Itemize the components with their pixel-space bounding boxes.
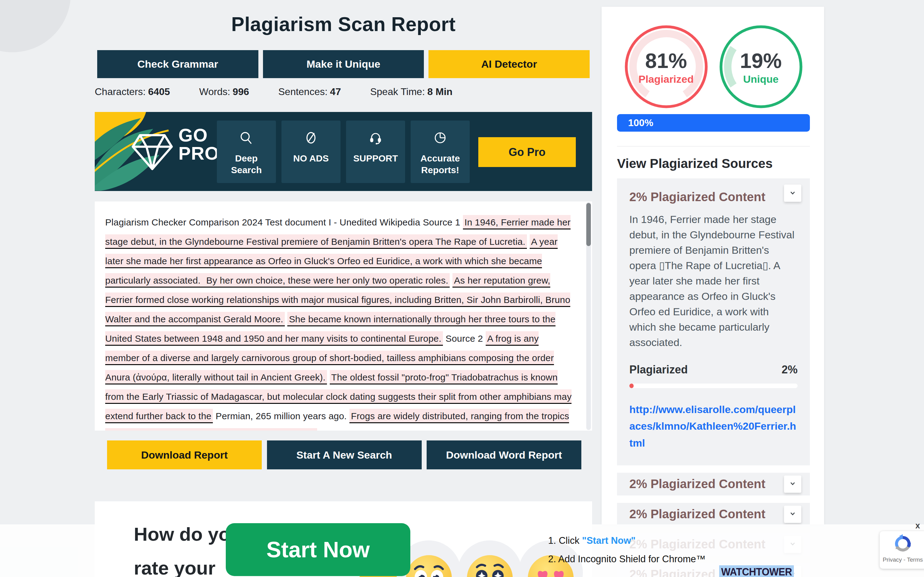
stat-speak-time: Speak Time:8 Min bbox=[370, 86, 453, 97]
feature-deep-search: Deep Search bbox=[217, 121, 276, 183]
source-card-expanded: 2% Plagiarized Content In 1946, Ferrier … bbox=[617, 178, 810, 465]
scan-progress-bar: 100% bbox=[617, 114, 810, 132]
source-card-collapsed: 2% Plagiarized Content bbox=[617, 473, 810, 495]
meter-track bbox=[629, 384, 798, 388]
search-icon bbox=[238, 129, 255, 148]
no-ads-icon bbox=[302, 129, 319, 148]
source-card-collapsed: 2% Plagiarized Content bbox=[617, 503, 810, 525]
unique-text: Permian, 265 million years ago. bbox=[213, 411, 349, 421]
recaptcha-privacy-terms[interactable]: Privacy - Terms bbox=[880, 556, 924, 563]
toolbar: Check Grammar Make it Unique AI Detector bbox=[97, 50, 590, 78]
stat-words: Words:996 bbox=[199, 86, 249, 97]
expand-source-button[interactable] bbox=[784, 506, 801, 523]
unique-gauge: 19% Unique bbox=[718, 24, 804, 110]
expand-source-button[interactable] bbox=[784, 475, 801, 493]
go-pro-logo: GO PRO bbox=[178, 126, 219, 163]
stat-characters: Characters:6405 bbox=[95, 86, 170, 97]
promo-instructions: 1. Click "Start Now" 2. Add Incognito Sh… bbox=[548, 535, 706, 572]
recaptcha-icon bbox=[893, 549, 912, 554]
plagiarized-label: Plagiarized bbox=[639, 73, 694, 85]
page-title: Plagiarism Scan Report bbox=[95, 13, 592, 35]
scanned-document-box: Plagiarism Checker Comparison 2024 Test … bbox=[95, 201, 592, 430]
meter-value: 2% bbox=[782, 363, 798, 376]
meter-label: Plagiarized bbox=[629, 363, 688, 376]
document-scrollbar-thumb[interactable] bbox=[586, 203, 591, 246]
source-card-title: 2% Plagiarized Content bbox=[629, 477, 765, 491]
instruction-step-1: 1. Click "Start Now" bbox=[548, 535, 706, 546]
sidebar-divider bbox=[617, 146, 810, 147]
unique-label: Unique bbox=[743, 73, 779, 85]
start-new-search-button[interactable]: Start A New Search bbox=[267, 440, 422, 469]
unique-text: Plagiarism Checker Comparison 2024 Test … bbox=[105, 217, 463, 227]
results-sidebar: 81% Plagiarized 19% Unique 100% View Pla… bbox=[601, 7, 824, 524]
unique-text: Source 2 bbox=[443, 334, 486, 343]
corner-decoration bbox=[0, 0, 71, 52]
main-column: Plagiarism Scan Report Check Grammar Mak… bbox=[95, 0, 592, 577]
recaptcha-badge[interactable]: Privacy - Terms bbox=[880, 531, 924, 569]
source-excerpt: In 1946, Ferrier made her stage debut, i… bbox=[629, 212, 798, 350]
report-actions: Download Report Start A New Search Downl… bbox=[107, 440, 581, 469]
download-report-button[interactable]: Download Report bbox=[107, 440, 262, 469]
unique-text bbox=[450, 275, 453, 285]
feature-no-ads: NO ADS bbox=[281, 121, 340, 183]
document-stats: Characters:6405 Words:996 Sentences:47 S… bbox=[95, 86, 453, 97]
check-grammar-button[interactable]: Check Grammar bbox=[97, 50, 258, 78]
promo-feature-tiles: Deep Search NO ADS SUPPORT Accurate Repo… bbox=[217, 121, 470, 183]
ai-detector-button[interactable]: AI Detector bbox=[429, 50, 590, 78]
sources-title: View Plagiarized Sources bbox=[617, 156, 810, 171]
unique-text bbox=[327, 372, 330, 382]
source-card-title: 2% Plagiarized Content bbox=[629, 190, 798, 204]
plagiarized-percent: 81% bbox=[645, 48, 687, 73]
collapse-source-button[interactable] bbox=[784, 185, 801, 202]
meter-fill bbox=[629, 384, 634, 388]
scanned-document-text: Plagiarism Checker Comparison 2024 Test … bbox=[105, 213, 574, 430]
feature-support: SUPPORT bbox=[346, 121, 405, 183]
chevron-down-icon bbox=[789, 480, 797, 488]
go-pro-button[interactable]: Go Pro bbox=[478, 137, 576, 167]
chevron-down-icon bbox=[789, 510, 797, 518]
download-word-report-button[interactable]: Download Word Report bbox=[427, 440, 581, 469]
chevron-down-icon bbox=[789, 189, 797, 197]
source-card-title: 2% Plagiarized Content bbox=[629, 507, 765, 521]
support-headset-icon bbox=[367, 129, 384, 148]
start-now-button[interactable]: Start Now bbox=[226, 523, 410, 576]
start-now-link[interactable]: "Start Now" bbox=[582, 535, 635, 546]
feature-accurate-reports: Accurate Reports! bbox=[411, 121, 470, 183]
plagiarized-sentence: By her own choice, these were her only t… bbox=[205, 273, 450, 288]
pie-chart-icon bbox=[432, 129, 449, 148]
source-url-link[interactable]: http://www.elisarolle.com/queerplaces/kl… bbox=[629, 401, 798, 451]
astonished-emoji[interactable] bbox=[457, 540, 522, 577]
instruction-step-2: 2. Add Incognito Shield for Chrome™ bbox=[548, 554, 706, 565]
make-it-unique-button[interactable]: Make it Unique bbox=[263, 50, 424, 78]
unique-percent: 19% bbox=[740, 48, 782, 73]
unique-text bbox=[527, 237, 530, 247]
close-icon[interactable]: x bbox=[915, 521, 920, 530]
plagiarized-gauge: 81% Plagiarized bbox=[623, 24, 709, 110]
score-gauges: 81% Plagiarized 19% Unique bbox=[617, 24, 810, 110]
stat-sentences: Sentences:47 bbox=[278, 86, 341, 97]
source-meter: Plagiarized 2% bbox=[629, 363, 798, 376]
go-pro-banner: GO PRO Deep Search NO ADS SUPPORT bbox=[95, 112, 592, 191]
watchtower-logo: WATCHTOWER bbox=[719, 565, 794, 577]
diamond-icon bbox=[129, 128, 175, 174]
